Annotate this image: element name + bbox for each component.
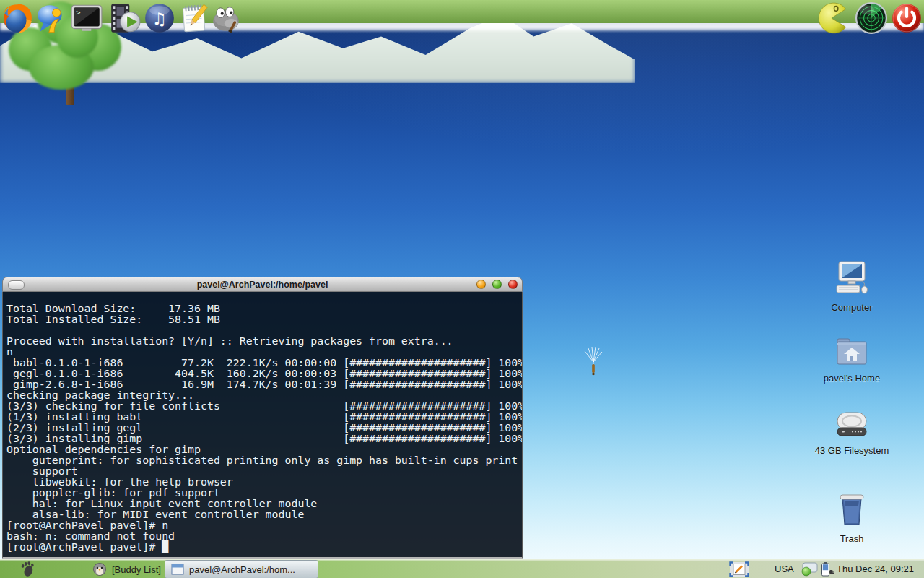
desktop: > ♫ xyxy=(0,0,924,578)
chat-status-tray-icon[interactable] xyxy=(800,561,819,577)
terminal-titlebar[interactable]: pavel@ArchPavel:/home/pavel xyxy=(2,277,523,292)
notes-tray-icon[interactable] xyxy=(729,561,749,577)
network-radar-icon[interactable] xyxy=(855,1,888,35)
desktop-icon-label: Computer xyxy=(812,302,892,313)
taskbar: [Buddy List] pavel@ArchPavel:/hom... USA xyxy=(0,559,924,578)
window-title: pavel@ArchPavel:/home/pavel xyxy=(3,280,522,290)
close-button[interactable] xyxy=(508,280,518,289)
minimize-button[interactable] xyxy=(476,280,486,289)
hard-disk-icon xyxy=(833,410,871,441)
trash-icon xyxy=(833,491,871,529)
firefox-icon[interactable] xyxy=(1,1,34,35)
svg-text:>: > xyxy=(76,8,80,17)
gimp-icon[interactable] xyxy=(210,1,243,35)
computer-icon xyxy=(833,260,871,298)
svg-text:♫: ♫ xyxy=(152,9,167,28)
terminal-output[interactable]: Total Download Size: 17.36 MB Total Inst… xyxy=(3,292,522,553)
home-folder-icon xyxy=(833,335,871,368)
maximize-button[interactable] xyxy=(492,280,502,289)
task-label: [Buddy List] xyxy=(112,564,161,575)
desktop-icon-label: 43 GB Filesystem xyxy=(812,445,892,456)
desktop-icon-label: pavel's Home xyxy=(812,373,892,384)
terminal-window: pavel@ArchPavel:/home/pavel Total Downlo… xyxy=(2,277,523,559)
clock[interactable]: Thu Dec 24, 09:21 xyxy=(837,560,914,578)
task-buddy-list[interactable]: [Buddy List] xyxy=(92,560,161,578)
messenger-task-icon xyxy=(92,562,107,577)
desktop-icon-label: Trash xyxy=(812,533,892,544)
desktop-icon-filesystem[interactable]: 43 GB Filesystem xyxy=(812,410,892,456)
instant-messenger-icon[interactable] xyxy=(35,1,69,35)
gnome-menu-icon[interactable] xyxy=(19,561,35,577)
desktop-icon-trash[interactable]: Trash xyxy=(812,491,892,544)
desktop-icon-home[interactable]: pavel's Home xyxy=(812,335,892,384)
power-icon[interactable] xyxy=(890,1,923,35)
task-label: pavel@ArchPavel:/hom... xyxy=(189,564,295,575)
music-player-icon[interactable]: ♫ xyxy=(143,1,176,35)
dandelion-seed xyxy=(583,342,603,379)
keyboard-layout-indicator[interactable]: USA xyxy=(775,560,794,578)
battery-tray-icon[interactable] xyxy=(819,561,836,577)
desktop-icon-computer[interactable]: Computer xyxy=(812,260,892,313)
task-terminal[interactable]: pavel@ArchPavel:/hom... xyxy=(165,560,318,578)
terminal-launcher-icon[interactable]: > xyxy=(70,1,103,35)
media-player-icon[interactable] xyxy=(108,1,141,35)
text-editor-icon[interactable] xyxy=(178,1,211,35)
pacman-icon[interactable] xyxy=(816,1,850,35)
terminal-task-icon xyxy=(171,564,184,575)
